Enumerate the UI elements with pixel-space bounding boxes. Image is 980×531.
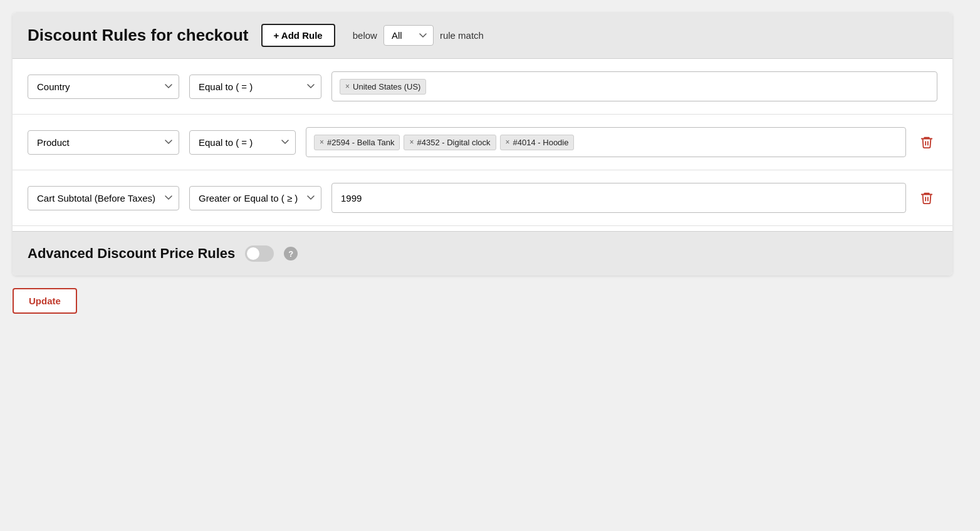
country-value-container: × United States (US): [331, 71, 937, 101]
advanced-section: Advanced Discount Price Rules ?: [13, 231, 952, 276]
advanced-title: Advanced Discount Price Rules: [28, 245, 235, 262]
rule-match-select[interactable]: All Any None: [383, 25, 434, 46]
cart-operator-select[interactable]: Greater or Equal to ( ≥ ) Equal to ( = )…: [189, 186, 321, 210]
rule-row: Country Product Cart Subtotal (Before Ta…: [13, 59, 952, 115]
rules-container: Country Product Cart Subtotal (Before Ta…: [13, 59, 952, 226]
tag-close-icon[interactable]: ×: [409, 138, 414, 147]
update-button[interactable]: Update: [13, 288, 77, 314]
cart-value-input[interactable]: [331, 183, 906, 213]
tag-close-icon[interactable]: ×: [345, 82, 350, 91]
tag-hoodie: × #4014 - Hoodie: [500, 135, 575, 150]
below-label: below: [353, 30, 377, 41]
tag-label: United States (US): [353, 82, 420, 91]
tag-label: #2594 - Bella Tank: [327, 138, 394, 147]
country-field-select[interactable]: Country Product Cart Subtotal (Before Ta…: [28, 75, 179, 99]
cart-field-select[interactable]: Cart Subtotal (Before Taxes) Country Pro…: [28, 186, 179, 210]
tag-digital-clock: × #4352 - Digital clock: [404, 135, 496, 150]
page-title: Discount Rules for checkout: [28, 26, 249, 45]
delete-cart-rule-button[interactable]: [916, 187, 937, 209]
rule-row: Product Country Cart Subtotal (Before Ta…: [13, 115, 952, 170]
advanced-toggle[interactable]: [245, 245, 274, 262]
delete-product-rule-button[interactable]: [916, 131, 937, 153]
country-operator-select[interactable]: Equal to ( = ) Not equal to ( ≠ ) Greate…: [189, 75, 321, 99]
tag-label: #4352 - Digital clock: [417, 138, 490, 147]
header: Discount Rules for checkout + Add Rule b…: [13, 13, 952, 59]
tag-bella-tank: × #2594 - Bella Tank: [314, 135, 400, 150]
toggle-slider: [245, 245, 274, 262]
trash-icon: [920, 135, 934, 149]
rule-match-row: below All Any None rule match: [353, 25, 484, 46]
tag-us: × United States (US): [340, 79, 426, 95]
tag-close-icon[interactable]: ×: [506, 138, 510, 147]
rule-row: Cart Subtotal (Before Taxes) Country Pro…: [13, 170, 952, 226]
help-icon[interactable]: ?: [284, 247, 298, 260]
product-operator-select[interactable]: Equal to ( = ) Not equal to ( ≠ ): [189, 130, 296, 155]
rule-match-label: rule match: [440, 30, 484, 41]
product-field-select[interactable]: Product Country Cart Subtotal (Before Ta…: [28, 130, 179, 155]
tag-label: #4014 - Hoodie: [513, 138, 569, 147]
trash-icon: [920, 191, 934, 205]
tag-close-icon[interactable]: ×: [320, 138, 324, 147]
footer: Update: [13, 276, 967, 316]
add-rule-button[interactable]: + Add Rule: [261, 24, 335, 47]
main-card: Discount Rules for checkout + Add Rule b…: [13, 13, 952, 276]
product-value-container: × #2594 - Bella Tank × #4352 - Digital c…: [306, 127, 906, 157]
